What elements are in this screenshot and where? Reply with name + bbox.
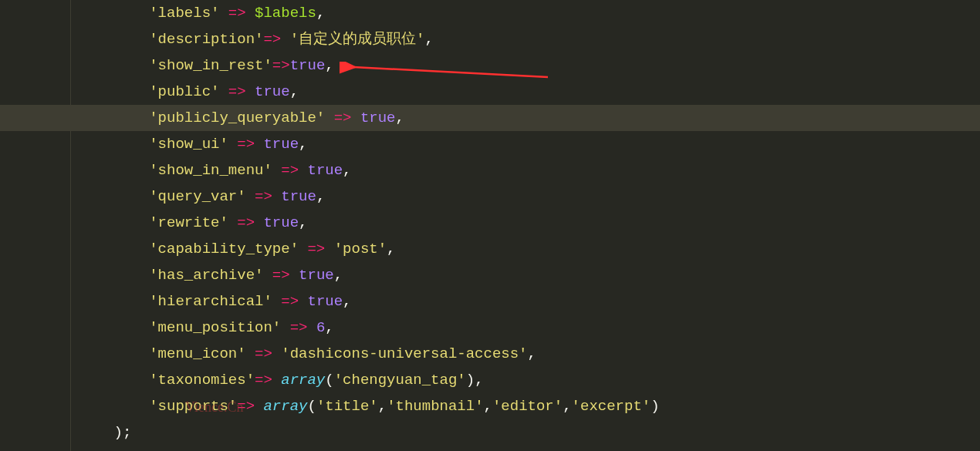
token-keyword: true: [290, 57, 326, 74]
token-operator: =>: [281, 293, 299, 310]
token-func: array: [263, 398, 307, 415]
token-operator: =>: [290, 319, 308, 336]
token-string: '自定义的成员职位': [290, 31, 425, 48]
token-punct: [246, 83, 255, 100]
token-operator: =>: [228, 5, 246, 22]
token-keyword: true: [307, 293, 343, 310]
token-punct: ,: [299, 214, 307, 231]
code-line[interactable]: 'menu_position' => 6,: [79, 315, 980, 341]
token-punct: [290, 267, 299, 284]
token-punct: ,: [316, 188, 325, 205]
code-line[interactable]: );: [79, 419, 980, 446]
code-line[interactable]: 'has_archive' => true,: [79, 262, 980, 288]
token-operator: =>: [237, 398, 255, 415]
token-punct: ,: [484, 398, 492, 415]
token-punct: [255, 214, 263, 231]
token-operator: =>: [281, 162, 299, 179]
token-paren: ): [651, 398, 659, 415]
code-line[interactable]: 'rewrite' => true,: [79, 210, 980, 236]
token-punct: ,: [316, 5, 325, 22]
token-string: 'dashicons-universal-access': [281, 345, 527, 362]
token-punct: [299, 162, 307, 179]
token-string: 'description': [149, 31, 263, 48]
token-operator: =>: [263, 31, 281, 48]
token-punct: ,: [343, 162, 351, 179]
token-string: 'show_ui': [149, 136, 228, 153]
code-line[interactable]: 'menu_icon' => 'dashicons-universal-acce…: [79, 341, 980, 367]
token-keyword: true: [307, 162, 343, 179]
token-punct: ,: [299, 136, 307, 153]
token-punct: ,: [396, 109, 404, 126]
code-line[interactable]: 'taxonomies'=> array('chengyuan_tag'),: [79, 367, 980, 393]
token-punct: [272, 372, 281, 389]
token-punct: [281, 319, 289, 336]
code-line[interactable]: 'show_in_rest'=>true,: [79, 52, 980, 79]
token-punct: [272, 162, 281, 179]
token-punct: [246, 5, 255, 22]
token-paren: ): [114, 424, 123, 441]
token-string: 'excerpt': [572, 398, 651, 415]
token-string: 'chengyuan_tag': [334, 372, 466, 389]
token-keyword: true: [263, 136, 299, 153]
token-keyword: true: [299, 267, 334, 284]
token-string: 'has_archive': [149, 267, 263, 284]
token-punct: ,: [378, 398, 387, 415]
code-line[interactable]: 'publicly_queryable' => true,: [0, 105, 980, 131]
code-line[interactable]: 'description'=> '自定义的成员职位',: [79, 26, 980, 52]
token-number: 6: [316, 319, 325, 336]
token-string: 'supports': [149, 398, 237, 415]
token-string: 'thumbnail': [387, 398, 483, 415]
token-punct: [255, 136, 263, 153]
code-line[interactable]: 'show_in_menu' => true,: [79, 157, 980, 183]
token-punct: [272, 345, 281, 362]
token-string: 'publicly_queryable': [149, 109, 325, 126]
token-punct: ,: [424, 31, 433, 48]
token-punct: [219, 83, 228, 100]
token-variable: $labels: [255, 5, 316, 22]
token-string: 'query_var': [149, 188, 245, 205]
token-punct: ,: [387, 241, 395, 257]
token-punct: ,: [475, 372, 483, 389]
code-line[interactable]: 'supports'=> array('title','thumbnail','…: [79, 393, 980, 419]
token-string: 'editor': [492, 398, 563, 415]
token-string: 'show_in_menu': [149, 162, 272, 179]
token-func: array: [281, 372, 325, 389]
token-punct: ,: [334, 267, 343, 284]
token-operator: =>: [272, 267, 290, 284]
token-punct: [263, 267, 272, 284]
token-punct: [272, 293, 281, 310]
code-line[interactable]: 'hierarchical' => true,: [79, 288, 980, 315]
token-punct: ,: [325, 57, 333, 74]
token-punct: ,: [290, 83, 299, 100]
code-line[interactable]: 'show_ui' => true,: [79, 131, 980, 157]
token-keyword: true: [360, 109, 396, 126]
token-operator: =>: [255, 188, 272, 205]
token-punct: [272, 188, 281, 205]
token-paren: (: [307, 398, 316, 415]
token-punct: ,: [343, 293, 351, 310]
token-paren: (: [325, 372, 333, 389]
token-keyword: true: [255, 83, 290, 100]
code-line[interactable]: 'capability_type' => 'post',: [79, 236, 980, 262]
code-line[interactable]: 'query_var' => true,: [79, 183, 980, 210]
token-punct: [219, 5, 228, 22]
token-punct: ,: [528, 345, 536, 362]
code-line[interactable]: 'labels' => $labels,: [79, 0, 980, 26]
token-punct: [325, 241, 333, 257]
token-operator: =>: [307, 241, 325, 257]
token-punct: [325, 109, 333, 126]
token-operator: =>: [255, 345, 272, 362]
code-editor[interactable]: 'labels' => $labels, 'description'=> '自定…: [0, 0, 980, 446]
token-string: 'post': [334, 241, 387, 257]
token-string: 'menu_icon': [149, 345, 245, 362]
token-string: 'hierarchical': [149, 293, 272, 310]
token-punct: [246, 345, 255, 362]
token-string: 'taxonomies': [149, 372, 255, 389]
code-line[interactable]: 'public' => true,: [79, 79, 980, 105]
token-punct: [351, 109, 360, 126]
token-punct: [299, 241, 307, 257]
token-punct: ,: [563, 398, 571, 415]
token-string: 'rewrite': [149, 214, 228, 231]
token-keyword: true: [281, 188, 316, 205]
token-punct: ,: [325, 319, 333, 336]
